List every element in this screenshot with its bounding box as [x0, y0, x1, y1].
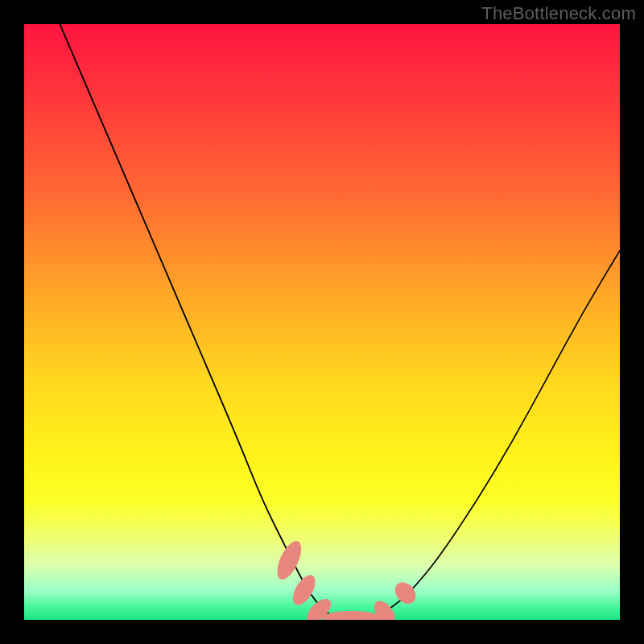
curve-group [60, 24, 620, 620]
watermark-text: TheBottleneck.com [481, 3, 636, 24]
plot-area [24, 24, 620, 620]
data-marker [322, 611, 382, 620]
chart-svg [24, 24, 620, 620]
marker-group [272, 538, 419, 620]
data-marker [288, 572, 320, 609]
data-marker [391, 578, 420, 608]
right-curve [369, 250, 620, 620]
chart-frame: TheBottleneck.com [0, 0, 644, 644]
left-curve [60, 24, 340, 620]
